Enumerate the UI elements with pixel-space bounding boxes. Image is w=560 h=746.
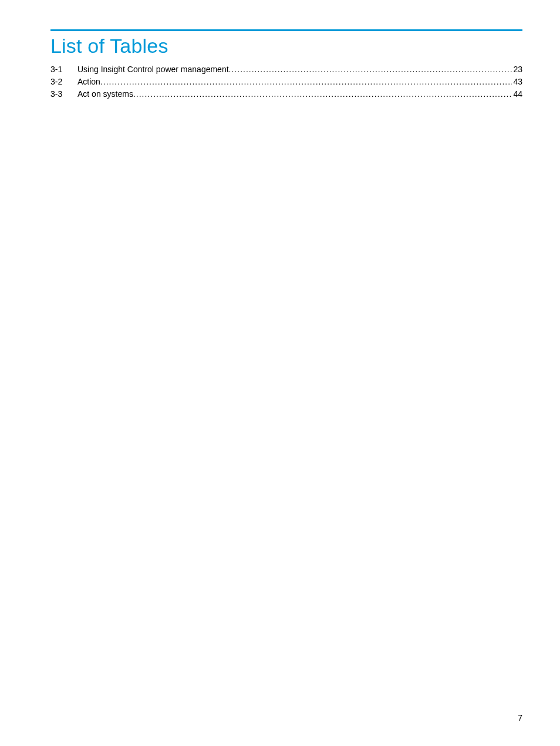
toc-entry-title: Using Insight Control power management <box>77 63 229 76</box>
toc-entry-title: Act on systems <box>77 88 133 100</box>
toc-entry-title: Action <box>77 76 100 88</box>
page-number: 7 <box>518 713 522 723</box>
toc-entry-page: 43 <box>512 76 522 88</box>
page-title: List of Tables <box>50 35 522 58</box>
list-of-tables: 3-1 Using Insight Control power manageme… <box>50 63 522 100</box>
toc-entry-page: 44 <box>512 88 522 100</box>
toc-entry-page: 23 <box>512 63 522 76</box>
divider-rule <box>50 29 522 31</box>
toc-entry-number: 3-3 <box>50 88 77 100</box>
toc-entry-number: 3-1 <box>50 63 77 76</box>
toc-entry-number: 3-2 <box>50 76 77 88</box>
toc-leader <box>100 76 512 88</box>
toc-entry[interactable]: 3-3 Act on systems 44 <box>50 88 522 100</box>
toc-leader <box>133 88 512 100</box>
page: List of Tables 3-1 Using Insight Control… <box>0 0 560 746</box>
toc-entry[interactable]: 3-2 Action 43 <box>50 76 522 88</box>
toc-leader <box>229 63 512 76</box>
toc-entry[interactable]: 3-1 Using Insight Control power manageme… <box>50 63 522 76</box>
